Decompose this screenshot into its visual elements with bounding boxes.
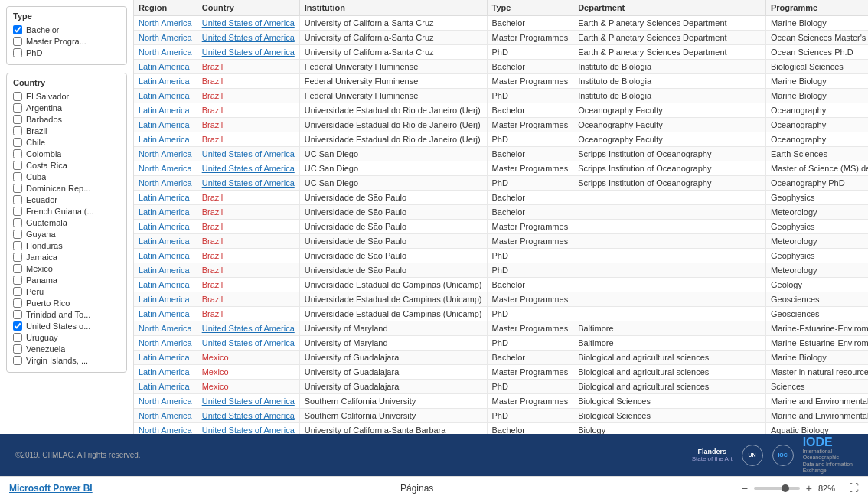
country-label-13[interactable]: Honduras [26,241,63,250]
country-label-14[interactable]: Jamaica [26,253,57,262]
country-label-0[interactable]: El Salvador [26,92,69,101]
country-label-20[interactable]: United States o... [26,321,90,331]
country-checkbox-23[interactable] [13,356,22,365]
cell-0-0: North America [134,16,197,31]
country-checkbox-13[interactable] [13,241,22,250]
cell-9-2: UC San Diego [299,147,487,161]
zoom-thumb[interactable] [782,484,789,492]
cell-13-2: Universidade de São Paulo [299,205,487,220]
cell-4-5: Marine Biology [765,74,868,89]
country-checkbox-15[interactable] [13,264,22,273]
cell-18-2: Universidade Estadual de Campinas (Unica… [299,278,487,292]
country-label-6[interactable]: Costa Rica [26,161,67,170]
cell-12-0: Latin America [134,191,197,205]
cell-4-0: Latin America [134,74,197,89]
cell-24-1: Mexico [197,365,299,380]
country-label-17[interactable]: Peru [26,287,44,296]
country-checkbox-18[interactable] [13,298,22,308]
zoom-in-button[interactable]: + [806,483,812,494]
country-checkbox-5[interactable] [13,149,22,158]
cell-21-4: Baltimore [573,321,766,336]
cell-19-3: Master Programmes [487,292,573,307]
country-label-11[interactable]: Guatemala [26,218,67,227]
cell-8-5: Oceanography [765,132,868,147]
country-label-5[interactable]: Colombia [26,149,61,158]
fullscreen-icon[interactable]: ⛶ [849,482,859,494]
cell-1-0: North America [134,31,197,45]
country-label-22[interactable]: Venezuela [26,344,65,354]
country-checkbox-3[interactable] [13,126,22,135]
country-label-10[interactable]: French Guiana (... [26,207,94,216]
cell-0-4: Earth & Planetary Sciences Department [573,16,766,31]
table-row: Latin AmericaBrazilUniversidade Estadual… [134,132,868,147]
cell-13-0: Latin America [134,205,197,220]
cell-15-5: Meteorology [765,234,868,249]
country-checkbox-12[interactable] [13,230,22,239]
country-label-12[interactable]: Guyana [26,230,56,239]
country-label-16[interactable]: Panama [26,276,57,285]
column-header-department[interactable]: Department [573,0,766,16]
country-label-21[interactable]: Uruguay [26,333,58,342]
country-label-7[interactable]: Cuba [26,172,46,181]
country-label-19[interactable]: Trinidad and To... [26,310,90,319]
cell-7-5: Oceanography [765,118,868,132]
country-filter-section: Country El SalvadorArgentinaBarbadosBraz… [6,73,127,373]
country-checkbox-14[interactable] [13,253,22,262]
country-label-23[interactable]: Virgin Islands, ... [26,356,88,365]
column-header-type[interactable]: Type [487,0,573,16]
country-label-2[interactable]: Barbados [26,115,62,124]
country-checkbox-4[interactable] [13,138,22,147]
type-label-2[interactable]: PhD [26,48,42,57]
country-checkbox-20[interactable] [13,321,22,331]
column-header-region[interactable]: Region [134,0,197,16]
country-checkbox-0[interactable] [13,92,22,101]
cell-11-0: North America [134,176,197,191]
country-checkbox-2[interactable] [13,115,22,124]
cell-11-2: UC San Diego [299,176,487,191]
country-checkbox-16[interactable] [13,276,22,285]
country-label-1[interactable]: Argentina [26,103,62,113]
column-header-institution[interactable]: Institution [299,0,487,16]
country-checkbox-21[interactable] [13,333,22,342]
cell-27-1: United States of America [197,409,299,423]
country-label-8[interactable]: Dominican Rep... [26,184,90,193]
country-checkbox-17[interactable] [13,287,22,296]
country-label-3[interactable]: Brazil [26,126,47,135]
country-label-4[interactable]: Chile [26,138,45,147]
zoom-out-button[interactable]: − [742,483,748,494]
country-checkbox-10[interactable] [13,207,22,216]
cell-5-2: Federal University Fluminense [299,89,487,103]
cell-17-3: PhD [487,263,573,278]
type-checkbox-0[interactable] [13,25,22,34]
country-checkbox-11[interactable] [13,218,22,227]
country-checkbox-19[interactable] [13,310,22,319]
unesco-logo: UN [742,445,763,466]
country-checkbox-9[interactable] [13,195,22,204]
country-label-18[interactable]: Puerto Rico [26,298,70,308]
cell-6-5: Oceanography [765,103,868,118]
cell-25-3: PhD [487,380,573,394]
type-label-0[interactable]: Bachelor [26,25,59,34]
type-label-1[interactable]: Master Progra... [26,37,86,46]
cell-22-5: Marine-Estuarine-Enviromental Sci [765,336,868,351]
country-checkbox-6[interactable] [13,161,22,170]
power-bi-link[interactable]: Microsoft Power BI [9,483,93,494]
country-checkbox-22[interactable] [13,344,22,354]
cell-9-0: North America [134,147,197,161]
table-row: Latin AmericaBrazilUniversidade de São P… [134,220,868,234]
country-checkbox-8[interactable] [13,184,22,193]
zoom-slider[interactable] [754,487,800,490]
country-checkbox-7[interactable] [13,172,22,181]
cell-26-1: United States of America [197,394,299,409]
column-header-programme[interactable]: Programme [765,0,868,16]
table-row: Latin AmericaBrazilUniversidade de São P… [134,263,868,278]
type-checkbox-1[interactable] [13,37,22,46]
cell-6-0: Latin America [134,103,197,118]
column-header-country[interactable]: Country [197,0,299,16]
cell-1-5: Ocean Sciences Master's [765,31,868,45]
cell-19-0: Latin America [134,292,197,307]
type-checkbox-2[interactable] [13,48,22,57]
country-label-15[interactable]: Mexico [26,264,53,273]
country-label-9[interactable]: Ecuador [26,195,57,204]
country-checkbox-1[interactable] [13,103,22,113]
